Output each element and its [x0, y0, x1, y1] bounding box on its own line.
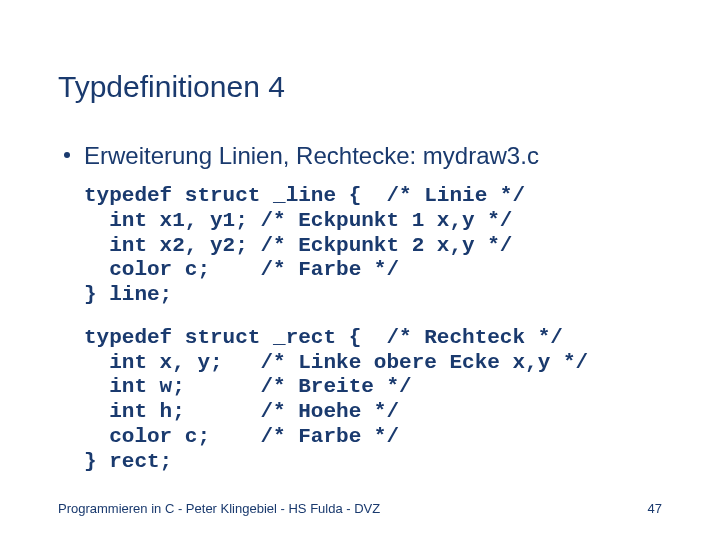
slide-title: Typdefinitionen 4: [58, 70, 662, 104]
bullet-text: Erweiterung Linien, Rechtecke: mydraw3.c: [84, 142, 539, 170]
bullet-dot-icon: [64, 152, 70, 158]
code-block-line: typedef struct _line { /* Linie */ int x…: [84, 184, 662, 308]
code-block-rect: typedef struct _rect { /* Rechteck */ in…: [84, 326, 662, 475]
page-number: 47: [648, 501, 662, 516]
footer: Programmieren in C - Peter Klingebiel - …: [58, 501, 662, 516]
footer-left: Programmieren in C - Peter Klingebiel - …: [58, 501, 380, 516]
slide: Typdefinitionen 4 Erweiterung Linien, Re…: [0, 0, 720, 540]
bullet-item: Erweiterung Linien, Rechtecke: mydraw3.c: [64, 142, 662, 170]
